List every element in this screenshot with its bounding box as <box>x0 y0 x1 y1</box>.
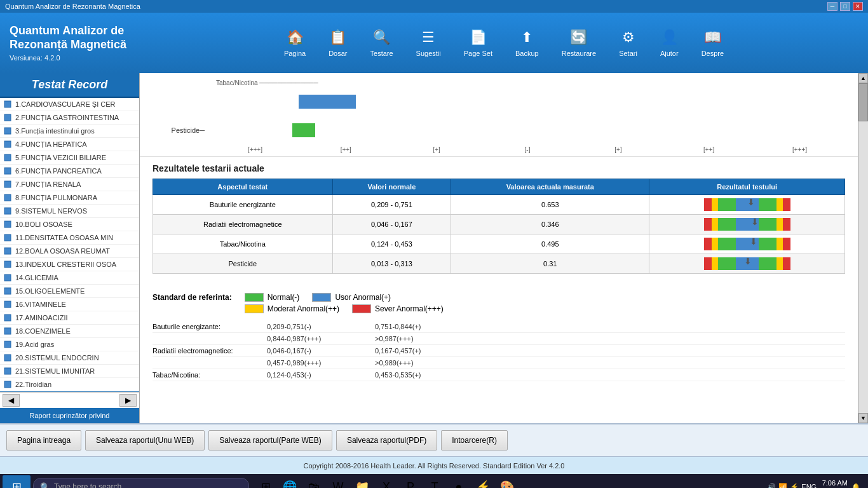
sidebar-item-5[interactable]: 5.FUNCȚIA VEZICII BILIARE <box>0 151 139 165</box>
sidebar-item-label-17: 17.AMINOACIZII <box>15 314 68 322</box>
sidebar-item-7[interactable]: 7.FUNCȚIA RENALA <box>0 178 139 191</box>
ref-val-radiatii-1: 0,046-0,167(-) <box>267 347 362 355</box>
save-pdf-btn[interactable]: Salveaza raportul(PDF) <box>336 430 437 451</box>
nav-label-ajutor: Ajutor <box>660 50 679 57</box>
sidebar-item-8[interactable]: 8.FUNCȚIA PULMONARA <box>0 191 139 205</box>
sidebar-item-4[interactable]: 4.FUNCȚIA HEPATICA <box>0 138 139 151</box>
svg-rect-3 <box>4 141 11 147</box>
ref-val-bauturile-4: >0,987(+++) <box>375 335 470 342</box>
sidebar-item-19[interactable]: 19.Acid gras <box>0 338 139 351</box>
nav-item-setari[interactable]: ⚙Setari <box>607 24 649 62</box>
sidebar-report-btn[interactable]: Raport cuprinzător privind <box>0 408 139 423</box>
taskbar-app-word[interactable]: W <box>327 475 349 488</box>
intoarcere-btn[interactable]: Intoarcere(R) <box>441 430 508 451</box>
sidebar-prev-btn[interactable]: ◀ <box>3 394 20 407</box>
svg-rect-7 <box>4 194 11 201</box>
sidebar-item-10[interactable]: 10.BOLI OSOASE <box>0 218 139 231</box>
results-title: Rezultatele testarii actuale <box>153 163 845 173</box>
cell-normal: 0,013 - 0,313 <box>332 254 451 274</box>
svg-rect-17 <box>4 328 11 334</box>
close-button[interactable]: ✕ <box>853 2 863 11</box>
sidebar-item-12[interactable]: 12.BOALA OSOASA REUMAT <box>0 245 139 258</box>
sidebar-list[interactable]: 1.CARDIOVASCULARE ȘI CER 2.FUNCȚIA GASTR… <box>0 98 139 392</box>
save-parte-btn[interactable]: Salveaza raportul(Parte WEB) <box>208 430 332 451</box>
sidebar-item-22[interactable]: 22.Tiroidian <box>0 378 139 391</box>
tray-lang: ENG <box>801 483 817 488</box>
sidebar-item-20[interactable]: 20.SISTEMUL ENDOCRIN <box>0 351 139 365</box>
sidebar-item-9[interactable]: 9.SISTEMUL NERVOS <box>0 205 139 218</box>
nav-item-pagina[interactable]: 🏠Pagina <box>273 24 317 62</box>
taskbar-app-teamviewer[interactable]: T <box>423 475 446 488</box>
results-section: Rezultatele testarii actuale Aspectul te… <box>140 157 858 287</box>
scroll-up-btn[interactable]: ▲ <box>858 73 868 83</box>
cell-result: ⬇ <box>649 234 845 254</box>
sidebar-item-2[interactable]: 2.FUNCȚIA GASTROINTESTINA <box>0 111 139 125</box>
table-row: Tabac/Nicotina 0,124 - 0,453 0.495 ⬇ <box>153 234 845 254</box>
taskbar-app-excel[interactable]: X <box>375 475 398 488</box>
taskbar-app-explorer[interactable]: 📁 <box>351 475 374 488</box>
start-button[interactable]: ⊞ <box>3 475 31 488</box>
nav-item-restaurare[interactable]: 🔄Restaurare <box>550 24 607 62</box>
nav-label-dosar: Dosar <box>329 50 347 57</box>
taskbar-app-powerpoint[interactable]: P <box>399 475 422 488</box>
sidebar-item-label-22: 22.Tiroidian <box>15 381 51 388</box>
nav-item-ajutor[interactable]: 👤Ajutor <box>649 24 690 62</box>
pagina-intreaga-btn[interactable]: Pagina intreaga <box>6 430 81 451</box>
sidebar-item-icon-6 <box>3 166 13 176</box>
nav-label-setari: Setari <box>619 50 637 57</box>
cell-result: ⬇ <box>649 254 845 274</box>
nav-item-backup[interactable]: ⬆Backup <box>504 24 550 62</box>
legend-normal: Normal(-) <box>245 293 300 302</box>
maximize-button[interactable]: □ <box>840 2 850 11</box>
nav-item-dosar[interactable]: 📋Dosar <box>317 24 358 62</box>
notifications-icon[interactable]: 🔔 <box>851 483 860 489</box>
taskbar-app-edge[interactable]: 🌐 <box>278 475 301 488</box>
taskbar-app-misc1[interactable]: ⚡ <box>471 475 494 488</box>
sidebar-item-icon-21 <box>3 366 13 376</box>
taskbar-search[interactable]: 🔍 Type here to search <box>33 478 249 488</box>
sidebar-item-17[interactable]: 17.AMINOACIZII <box>0 311 139 325</box>
sidebar-item-icon-18 <box>3 326 13 336</box>
app-version: Versiunea: 4.2.0 <box>10 54 130 62</box>
taskbar-app-chrome[interactable]: ● <box>447 475 470 488</box>
axis-label-7: [+++] <box>754 146 845 153</box>
sidebar-item-16[interactable]: 16.VITAMINELE <box>0 298 139 311</box>
ref-val-tabac-2: 0,453-0,535(+) <box>375 371 470 379</box>
nav-item-testare[interactable]: 🔍Testare <box>359 24 405 62</box>
sidebar-item-14[interactable]: 14.GLICEMIA <box>0 271 139 285</box>
sidebar-item-label-8: 8.FUNCȚIA PULMONARA <box>15 194 97 201</box>
sidebar-item-6[interactable]: 6.FUNCȚIA PANCREATICA <box>0 165 139 178</box>
minimize-button[interactable]: ─ <box>827 2 837 11</box>
sidebar-item-label-9: 9.SISTEMUL NERVOS <box>15 207 87 215</box>
nav-item-page_set[interactable]: 📄Page Set <box>452 24 504 62</box>
scroll-track[interactable] <box>858 83 868 413</box>
save-unu-btn[interactable]: Salveaza raportul(Unu WEB) <box>85 430 205 451</box>
nav-item-sugestii[interactable]: ☰Sugestii <box>405 24 452 62</box>
scroll-thumb[interactable] <box>858 83 868 121</box>
cell-normal: 0,209 - 0,751 <box>332 195 451 215</box>
tray-network-icon: 🔊 <box>767 483 776 489</box>
taskbar-app-task-view[interactable]: ⊞ <box>254 475 277 488</box>
content-area[interactable]: Tabac/Nicotina ───────────── Pesticide─ <box>140 73 858 423</box>
scrollbar[interactable]: ▲ ▼ <box>858 73 868 423</box>
chart-label-pesticide: Pesticide─ <box>153 126 210 134</box>
scroll-down-btn[interactable]: ▼ <box>858 413 868 423</box>
sidebar-next-btn[interactable]: ▶ <box>119 394 137 407</box>
sidebar-item-11[interactable]: 11.DENSITATEA OSOASA MIN <box>0 231 139 245</box>
sidebar-item-1[interactable]: 1.CARDIOVASCULARE ȘI CER <box>0 98 139 111</box>
taskbar-app-misc2[interactable]: 🎨 <box>496 475 519 488</box>
sidebar-header: Testat Record <box>0 73 139 98</box>
app-title-line1: Quantum Analizor de Rezonanță Magnetică <box>10 24 130 51</box>
title-bar-controls[interactable]: ─ □ ✕ <box>827 2 863 11</box>
nav-item-despre[interactable]: 📖Despre <box>690 24 735 62</box>
sidebar-item-13[interactable]: 13.INDEXUL CRESTERII OSOA <box>0 258 139 271</box>
sidebar-item-icon-3 <box>3 126 13 136</box>
sidebar-item-3[interactable]: 3.Funcția intestinului gros <box>0 125 139 138</box>
sidebar-item-21[interactable]: 21.SISTEMUL IMUNITAR <box>0 365 139 378</box>
sidebar-item-18[interactable]: 18.COENZIMELE <box>0 325 139 338</box>
nav-icon-despre: 📖 <box>704 29 721 46</box>
legend-color-sever <box>352 304 371 313</box>
taskbar-app-store[interactable]: 🛍 <box>302 475 325 488</box>
svg-rect-8 <box>4 208 11 214</box>
sidebar-item-15[interactable]: 15.OLIGOELEMENTE <box>0 285 139 298</box>
